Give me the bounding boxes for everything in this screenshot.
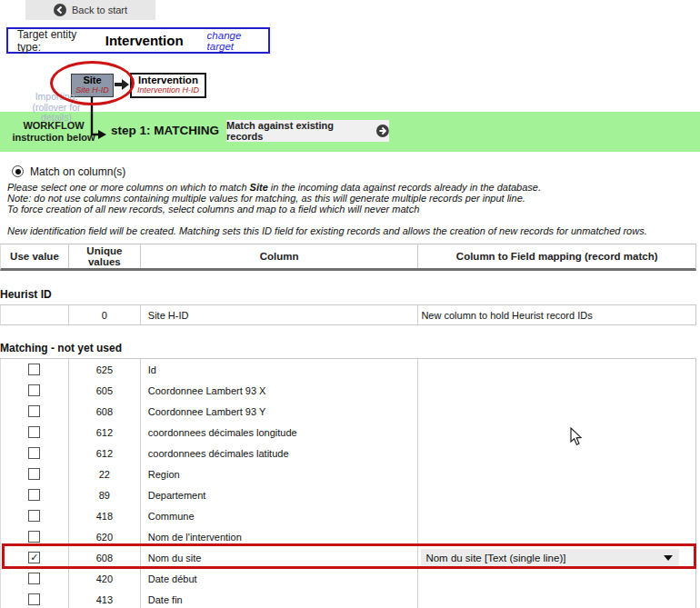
mouse-cursor [570,427,584,446]
use-value-cell [1,401,69,422]
use-value-checkbox[interactable] [28,384,40,396]
matching-row: 413Date fin [0,589,696,608]
use-value-cell [1,505,69,526]
use-value-cell [1,422,69,443]
column-name: Coordonnee Lambert 93 X [141,380,419,401]
matching-row: 612coordonnees décimales longitude [0,422,696,443]
use-value-checkbox[interactable] [28,510,40,522]
unique-values-count: 625 [69,359,141,380]
use-value-checkbox[interactable] [28,489,40,501]
unique-values-count: 89 [69,484,141,505]
match-on-columns-radio[interactable] [12,165,24,177]
use-value-checkbox[interactable] [28,405,40,417]
mapping-cell [418,401,695,422]
mapping-cell [418,422,695,443]
use-value-checkbox[interactable] [28,426,40,438]
match-button-label: Match against existing records [226,120,371,142]
use-value-cell [1,463,69,484]
column-name: Coordonnee Lambert 93 Y [141,401,419,422]
mapping-cell [418,463,695,484]
matching-row: 418Commune [0,505,696,526]
column-name: Date début [141,568,419,589]
instruction-line-2: Note: do not use columns containing mult… [7,193,541,204]
heurist-row-column-name: Site H-ID [141,305,419,324]
back-to-start-button[interactable]: Back to start [25,0,155,20]
use-value-checkbox[interactable] [28,468,40,480]
matching-row: 22Region [0,463,696,484]
use-value-checkbox[interactable] [28,447,40,459]
column-name: coordonnees décimales latitude [141,443,419,463]
mapping-cell [418,568,695,589]
radio-selected-dot [15,169,21,174]
back-button-label: Back to start [72,5,127,15]
change-target-link[interactable]: change target [207,30,268,52]
column-name: Departement [141,484,419,505]
use-value-checkbox[interactable] [28,593,40,605]
column-name: coordonnees décimales longitude [141,422,419,443]
mapping-cell [418,359,695,380]
mapping-cell [418,443,695,463]
diagram-intervention-node[interactable]: Intervention Intervention H-ID [130,73,206,98]
matching-row: 608Coordonnee Lambert 93 Y [0,401,696,422]
instruction-line-3: To force creation of all new records, se… [7,204,541,214]
use-value-cell [1,568,69,589]
use-value-cell [1,589,69,608]
circle-arrow-right-icon [376,125,389,137]
heurist-row-use-cell [1,305,69,324]
target-entity-value: Intervention [105,33,184,48]
use-value-cell [1,359,69,380]
red-circle-annotation [50,61,135,105]
matching-table: 625Id605Coordonnee Lambert 93 X608Coordo… [0,358,696,608]
header-column: Column [141,244,419,268]
intervention-node-title: Intervention [132,75,205,85]
matching-instructions: Please select one or more columns on whi… [7,182,541,215]
unique-values-count: 420 [69,568,141,589]
header-mapping: Column to Field mapping (record match) [418,244,695,268]
matching-row: 420Date début [0,568,696,589]
heurist-id-section-label: Heurist ID [0,288,52,301]
column-name: Commune [141,505,419,526]
header-unique-values: Unique values [69,244,141,268]
heurist-row-mapping-text: New column to hold Heurist record IDs [418,305,695,324]
target-entity-label: Target entity type: [17,28,100,54]
unique-values-count: 22 [69,463,141,484]
column-name: Date fin [141,589,419,608]
heurist-row-unique-count: 0 [69,305,141,324]
red-row-highlight-annotation [2,543,696,569]
matching-row: 605Coordonnee Lambert 93 X [0,380,696,401]
table-header: Use value Unique values Column Column to… [0,244,696,271]
column-name: Id [141,359,419,380]
match-against-existing-records-button[interactable]: Match against existing records [226,120,389,142]
matching-section-label: Matching - not yet used [0,342,122,354]
use-value-cell [1,443,69,463]
heurist-id-row: 0 Site H-ID New column to hold Heurist r… [0,304,696,325]
match-on-columns-label: Match on column(s) [30,165,125,178]
header-use-value: Use value [1,244,69,268]
use-value-checkbox[interactable] [28,531,40,543]
use-value-checkbox[interactable] [28,364,40,375]
unique-values-count: 418 [69,505,141,526]
unique-values-count: 612 [69,422,141,443]
mapping-cell [418,505,695,526]
matching-row: 612coordonnees décimales latitude [0,443,696,463]
new-id-field-note: New identification field will be created… [7,225,647,236]
use-value-checkbox[interactable] [28,573,40,584]
unique-values-count: 612 [69,443,141,463]
matching-row: 89Departement [0,484,696,505]
mapping-cell [418,380,695,401]
step-1-matching-label: step 1: MATCHING [111,124,219,137]
use-value-cell [1,380,69,401]
unique-values-count: 605 [69,380,141,401]
instruction-line-1: Please select one or more columns on whi… [7,182,541,193]
circle-arrow-left-icon [54,4,66,16]
unique-values-count: 608 [69,401,141,422]
mapping-cell [418,589,695,608]
matching-row: 625Id [0,359,696,380]
target-entity-panel: Target entity type: Intervention change … [6,27,270,54]
intervention-node-subtitle: Intervention H-ID [132,85,205,95]
unique-values-count: 413 [69,589,141,608]
use-value-cell [1,484,69,505]
mapping-cell [418,484,695,505]
column-name: Region [141,463,419,484]
